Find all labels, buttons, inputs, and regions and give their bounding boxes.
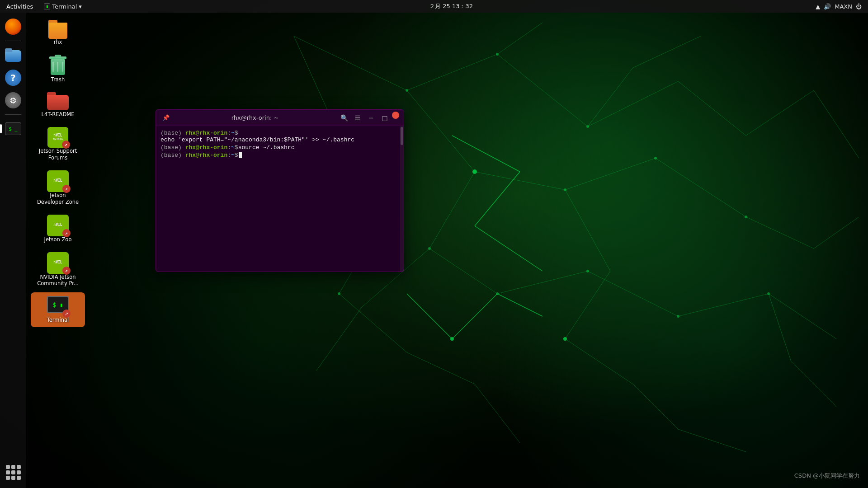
svg-line-16 <box>565 190 610 271</box>
svg-line-36 <box>633 384 678 429</box>
svg-point-52 <box>586 270 589 272</box>
cursor <box>239 152 242 158</box>
desktop-icon-rhx[interactable]: rhx <box>31 16 85 49</box>
svg-point-53 <box>677 315 679 318</box>
svg-line-2 <box>497 54 588 127</box>
home-folder-icon <box>47 20 69 39</box>
svg-line-12 <box>497 271 588 294</box>
topbar: Activities ▮ Terminal ▾ ２月 25 13：32 ▲ 🔊 … <box>0 0 868 13</box>
topbar-chevron: ▾ <box>79 3 82 10</box>
svg-line-10 <box>429 172 475 249</box>
dock-item-settings[interactable]: ⚙ <box>3 90 24 111</box>
link-badge: ↗ <box>62 141 70 149</box>
help-icon: ? <box>5 70 21 86</box>
link-badge-2: ↗ <box>62 185 71 193</box>
svg-line-41 <box>407 294 452 339</box>
desktop-icon-trash[interactable]: Trash <box>31 51 85 87</box>
svg-line-38 <box>452 136 520 172</box>
desktop-icon-trash-label: Trash <box>51 76 65 83</box>
svg-point-56 <box>338 292 340 295</box>
svg-line-27 <box>814 217 859 249</box>
dock-item-firefox[interactable] <box>3 16 24 37</box>
svg-point-60 <box>563 337 567 341</box>
close-button[interactable]: ✕ <box>392 112 399 119</box>
svg-point-58 <box>767 292 770 295</box>
topbar-terminal-label: Terminal <box>52 3 77 10</box>
desktop-icon-terminal-label: Terminal <box>47 317 69 324</box>
terminal-scrollbar[interactable] <box>400 126 404 272</box>
desktop-icons-area: rhx Trash L4T <box>26 13 99 329</box>
svg-line-21 <box>339 294 407 352</box>
maximize-button[interactable]: □ <box>378 112 391 124</box>
svg-line-30 <box>497 23 542 54</box>
svg-line-7 <box>656 158 746 217</box>
svg-line-6 <box>565 158 656 190</box>
desktop-icon-jetson-devzone[interactable]: nVIL ↗ JetsonDeveloper Zone <box>31 167 85 209</box>
svg-point-50 <box>428 247 431 250</box>
desktop-icon-zoo-label: Jetson Zoo <box>44 236 72 243</box>
term-line-1: (base) rhx@rhx-orin : ~ $ echo 'export P… <box>160 130 399 143</box>
desktop-icon-terminal[interactable]: $ ▮ ↗ Terminal <box>31 292 85 327</box>
topbar-right-area: ▲ 🔊 MAXN ⏻ <box>816 3 868 10</box>
term-colon-2: : <box>227 144 231 151</box>
username-label: MAXN <box>835 3 852 10</box>
svg-line-14 <box>678 294 769 316</box>
term-user-1: rhx@rhx-orin <box>185 130 228 136</box>
terminal-titlebar: 📌 rhx@rhx-orin: ~ 🔍 ☰ ─ □ ✕ <box>156 110 404 126</box>
search-button[interactable]: 🔍 <box>338 112 350 124</box>
svg-line-5 <box>475 172 565 190</box>
term-prompt-2: $ <box>235 144 238 151</box>
watermark: CSDN @小阮同学在努力 <box>794 472 860 480</box>
svg-point-45 <box>496 53 499 56</box>
term-prompt-1: $ <box>235 130 238 136</box>
svg-point-48 <box>564 188 566 191</box>
svg-line-29 <box>633 36 701 68</box>
desktop-icon-jetson-support[interactable]: nVIL NVIDIA ↗ Jetson SupportForums <box>31 123 85 165</box>
pin-button[interactable]: 📌 <box>160 112 172 124</box>
svg-point-46 <box>586 125 589 128</box>
desktop-icon-nvidia-community[interactable]: nVIL ↗ NVIDIA JetsonCommunity Pr... <box>31 249 85 291</box>
svg-line-35 <box>475 384 520 443</box>
term-path-2: ~ <box>231 144 235 151</box>
svg-line-32 <box>316 307 362 371</box>
svg-point-51 <box>496 292 499 295</box>
jetson-zoo-icon: nVIL ↗ <box>47 215 69 236</box>
menu-button[interactable]: ☰ <box>351 112 364 124</box>
titlebar-left-controls: 📌 <box>160 112 172 124</box>
desktop-icon-l4t[interactable]: L4T-README <box>31 89 85 122</box>
dock-item-apps[interactable] <box>3 462 24 483</box>
term-prompt-3: $ <box>235 152 238 159</box>
svg-line-18 <box>565 339 633 384</box>
topbar-datetime[interactable]: ２月 25 13：32 <box>86 2 816 10</box>
svg-point-59 <box>472 169 477 174</box>
dock-item-files[interactable] <box>3 45 24 66</box>
activities-button[interactable]: Activities <box>0 3 39 10</box>
dock-item-help[interactable]: ? <box>3 67 24 88</box>
dock-item-terminal[interactable]: $ _ <box>3 118 24 139</box>
terminal-window: 📌 rhx@rhx-orin: ~ 🔍 ☰ ─ □ ✕ (base) rhx@r… <box>156 109 404 272</box>
desktop-icon-rhx-label: rhx <box>54 39 62 46</box>
terminal-desktop-icon: $ ▮ ↗ <box>46 296 70 317</box>
desktop-icon-community-label: NVIDIA JetsonCommunity Pr... <box>37 274 79 287</box>
svg-point-57 <box>745 216 747 218</box>
wifi-icon[interactable]: ▲ <box>816 3 820 10</box>
dock: ? ⚙ $ _ <box>0 13 26 488</box>
dock-divider-2 <box>5 114 21 115</box>
active-indicator <box>0 124 2 133</box>
terminal-content[interactable]: (base) rhx@rhx-orin : ~ $ echo 'export P… <box>156 126 404 272</box>
svg-line-37 <box>678 429 746 452</box>
volume-icon[interactable]: 🔊 <box>824 3 831 10</box>
l4t-folder-icon <box>47 92 69 111</box>
svg-line-34 <box>791 361 836 407</box>
svg-line-0 <box>294 36 407 90</box>
settings-icon: ⚙ <box>5 92 21 108</box>
minimize-button[interactable]: ─ <box>365 112 377 124</box>
power-icon[interactable]: ⏻ <box>856 3 862 10</box>
terminal-small-icon: ▮ <box>44 3 50 9</box>
topbar-terminal-indicator[interactable]: ▮ Terminal ▾ <box>39 3 86 10</box>
desktop-icon-jetson-zoo[interactable]: nVIL ↗ Jetson Zoo <box>31 211 85 247</box>
svg-line-33 <box>769 294 791 361</box>
svg-line-26 <box>746 217 814 249</box>
link-badge-4: ↗ <box>62 267 71 275</box>
scrollbar-thumb[interactable] <box>401 127 403 145</box>
